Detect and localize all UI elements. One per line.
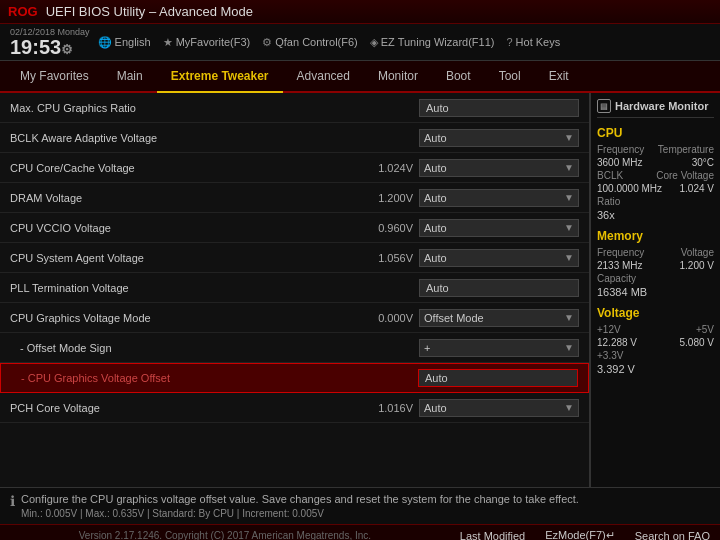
dropdown-arrow: ▼ [564,252,574,263]
hw-cpu-values-row: 3600 MHz 30°C [597,157,714,168]
nav-main[interactable]: Main [103,61,157,93]
value-pch-core-voltage: 1.016V [368,402,413,414]
row-cpu-graphics-voltage-mode[interactable]: CPU Graphics Voltage Mode 0.000V Offset … [0,303,589,333]
hw-mem-volt-label: Voltage [681,247,714,258]
eztuning-link[interactable]: ◈ EZ Tuning Wizard(F11) [370,36,495,49]
row-cpu-vccio-voltage[interactable]: CPU VCCIO Voltage 0.960V Auto ▼ [0,213,589,243]
row-dram-voltage[interactable]: DRAM Voltage 1.200V Auto ▼ [0,183,589,213]
hw-33v-label-row: +3.3V [597,350,714,361]
hw-mem-freq-value: 2133 MHz [597,260,643,271]
dropdown-arrow: ▼ [564,402,574,413]
hw-cap-label-row: Capacity [597,273,714,284]
settings-panel: Max. CPU Graphics Ratio Auto BCLK Aware … [0,93,590,487]
search-on-faq-button[interactable]: Search on FAQ [635,530,710,541]
hw-33v-value: 3.392 V [597,363,635,375]
hw-ratio-label-row: Ratio [597,196,714,207]
setting-range: Min.: 0.005V | Max.: 0.635V | Standard: … [21,508,579,519]
label-pll-termination-voltage: PLL Termination Voltage [10,282,419,294]
hw-cap-value: 16384 MB [597,286,647,298]
label-dram-voltage: DRAM Voltage [10,192,368,204]
label-cpu-system-agent-voltage: CPU System Agent Voltage [10,252,368,264]
rog-logo: ROG [8,4,38,19]
hw-12v-label: +12V [597,324,621,335]
input-cpu-graphics-voltage-offset[interactable]: Auto [418,369,578,387]
status-bar: Version 2.17.1246. Copyright (C) 2017 Am… [0,524,720,540]
label-cpu-core-cache-voltage: CPU Core/Cache Voltage [10,162,368,174]
hw-mem-header-row: Frequency Voltage [597,247,714,258]
row-cpu-system-agent-voltage[interactable]: CPU System Agent Voltage 1.056V Auto ▼ [0,243,589,273]
info-icon: ℹ [10,493,15,509]
language-link[interactable]: 🌐 English [98,36,151,49]
hw-bclk-header-row: BCLK Core Voltage [597,170,714,181]
qfan-link[interactable]: ⚙ Qfan Control(F6) [262,36,358,49]
row-max-cpu-graphics-ratio[interactable]: Max. CPU Graphics Ratio Auto [0,93,589,123]
dropdown-cpu-vccio-voltage[interactable]: Auto ▼ [419,219,579,237]
value-cpu-core-cache-voltage: 1.024V [368,162,413,174]
info-bar: 02/12/2018 Monday 19:53⚙ 🌐 English ★ MyF… [0,24,720,61]
dropdown-cpu-graphics-voltage-mode[interactable]: Offset Mode ▼ [419,309,579,327]
value-dram-voltage: 1.200V [368,192,413,204]
label-cpu-graphics-voltage-offset: - CPU Graphics Voltage Offset [21,372,418,384]
hw-bclk-values-row: 100.0000 MHz 1.024 V [597,183,714,194]
hw-cpu-temp-label: Temperature [658,144,714,155]
value-cpu-vccio-voltage: 0.960V [368,222,413,234]
time-display: 19:53⚙ [10,37,90,57]
main-content: Max. CPU Graphics Ratio Auto BCLK Aware … [0,93,720,487]
nav-extreme-tweaker[interactable]: Extreme Tweaker [157,61,283,93]
row-cpu-core-cache-voltage[interactable]: CPU Core/Cache Voltage 1.024V Auto ▼ [0,153,589,183]
row-pll-termination-voltage[interactable]: PLL Termination Voltage Auto [0,273,589,303]
myfavorite-link[interactable]: ★ MyFavorite(F3) [163,36,251,49]
dropdown-offset-mode-sign[interactable]: + ▼ [419,339,579,357]
hw-cpu-section: CPU [597,126,714,140]
bottom-info: ℹ Configure the CPU graphics voltage off… [0,487,720,524]
hw-ratio-value-row: 36x [597,209,714,221]
dropdown-cpu-core-cache-voltage[interactable]: Auto ▼ [419,159,579,177]
hw-memory-section: Memory [597,229,714,243]
hw-cpu-freq-value: 3600 MHz [597,157,643,168]
value-cpu-graphics-voltage-mode: 0.000V [368,312,413,324]
nav-advanced[interactable]: Advanced [283,61,364,93]
setting-description: Configure the CPU graphics voltage offse… [21,493,579,505]
hw-mem-freq-label: Frequency [597,247,644,258]
hw-cpu-header-row: Frequency Temperature [597,144,714,155]
label-cpu-vccio-voltage: CPU VCCIO Voltage [10,222,368,234]
hw-cap-label: Capacity [597,273,636,284]
nav-boot[interactable]: Boot [432,61,485,93]
row-cpu-graphics-voltage-offset[interactable]: - CPU Graphics Voltage Offset Auto [0,363,589,393]
version-text: Version 2.17.1246. Copyright (C) 2017 Am… [10,530,440,540]
hw-monitor-title: ▤ Hardware Monitor [597,99,714,118]
hotkeys-link[interactable]: ? Hot Keys [506,36,560,48]
last-modified-button[interactable]: Last Modified [460,530,525,541]
label-bclk-aware: BCLK Aware Adaptive Voltage [10,132,419,144]
hw-mem-values-row: 2133 MHz 1.200 V [597,260,714,271]
dropdown-dram-voltage[interactable]: Auto ▼ [419,189,579,207]
hw-5v-label: +5V [696,324,714,335]
hw-5v-value: 5.080 V [680,337,714,348]
nav-tool[interactable]: Tool [485,61,535,93]
row-bclk-aware[interactable]: BCLK Aware Adaptive Voltage Auto ▼ [0,123,589,153]
label-cpu-graphics-voltage-mode: CPU Graphics Voltage Mode [10,312,368,324]
dropdown-arrow: ▼ [564,342,574,353]
hw-volt-12-label-row: +12V +5V [597,324,714,335]
nav-my-favorites[interactable]: My Favorites [6,61,103,93]
bios-title: UEFI BIOS Utility – Advanced Mode [46,4,253,19]
row-pch-core-voltage[interactable]: PCH Core Voltage 1.016V Auto ▼ [0,393,589,423]
monitor-icon: ▤ [597,99,611,113]
hw-cap-value-row: 16384 MB [597,286,714,298]
nav-exit[interactable]: Exit [535,61,583,93]
nav-monitor[interactable]: Monitor [364,61,432,93]
hw-bclk-label: BCLK [597,170,623,181]
ez-mode-button[interactable]: EzMode(F7)↵ [545,529,615,540]
input-pll-termination-voltage[interactable]: Auto [419,279,579,297]
dropdown-arrow: ▼ [564,162,574,173]
dropdown-bclk-aware[interactable]: Auto ▼ [419,129,579,147]
dropdown-arrow: ▼ [564,192,574,203]
hw-volt-12-value-row: 12.288 V 5.080 V [597,337,714,348]
dropdown-pch-core-voltage[interactable]: Auto ▼ [419,399,579,417]
hw-33v-label: +3.3V [597,350,623,361]
dropdown-arrow: ▼ [564,132,574,143]
input-max-cpu-graphics-ratio[interactable]: Auto [419,99,579,117]
dropdown-cpu-system-agent-voltage[interactable]: Auto ▼ [419,249,579,267]
row-offset-mode-sign[interactable]: - Offset Mode Sign + ▼ [0,333,589,363]
hw-33v-value-row: 3.392 V [597,363,714,375]
